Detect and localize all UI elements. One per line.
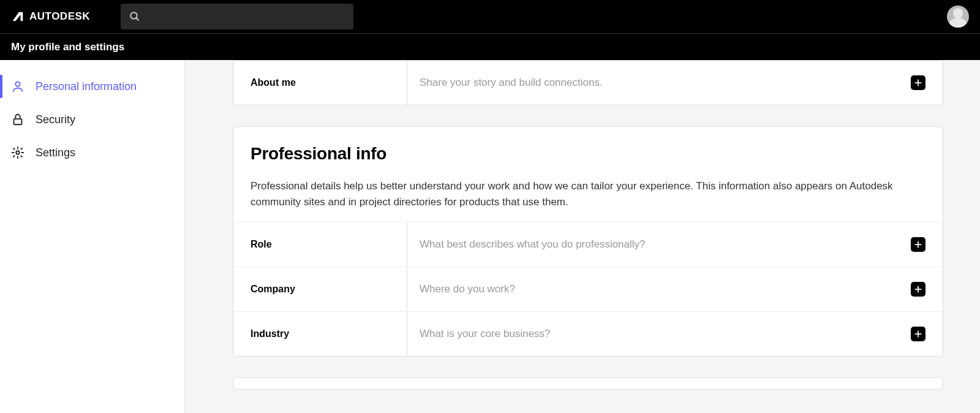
main-content: About me Share your story and build conn… <box>185 60 980 413</box>
role-row: Role What best describes what you do pro… <box>233 222 943 267</box>
autodesk-logo-icon <box>11 10 24 23</box>
svg-point-4 <box>16 151 20 154</box>
company-placeholder: Where do you work? <box>407 283 911 295</box>
industry-add-button[interactable] <box>911 327 925 341</box>
next-card-peek <box>233 377 943 390</box>
about-me-card: About me Share your story and build conn… <box>233 60 943 105</box>
plus-icon <box>914 330 922 338</box>
sidebar-item-security[interactable]: Security <box>0 103 184 136</box>
lock-icon <box>11 113 24 126</box>
professional-info-title: Professional info <box>251 144 925 164</box>
sidebar-item-personal-information[interactable]: Personal information <box>0 70 184 103</box>
sidebar-item-label: Settings <box>36 146 75 159</box>
professional-info-card: Professional info Professional details h… <box>233 126 943 357</box>
search-icon <box>129 11 140 22</box>
professional-info-description: Professional details help us better unde… <box>251 178 925 210</box>
plus-icon <box>914 78 922 87</box>
user-avatar[interactable] <box>947 6 969 28</box>
svg-rect-3 <box>14 119 22 124</box>
about-me-placeholder: Share your story and build connections. <box>407 77 911 89</box>
company-row: Company Where do you work? <box>233 267 943 311</box>
industry-label: Industry <box>251 328 407 339</box>
person-icon <box>11 80 24 93</box>
about-me-add-button[interactable] <box>911 75 925 90</box>
industry-placeholder: What is your core business? <box>407 328 911 340</box>
plus-icon <box>914 240 922 249</box>
page-subheader: My profile and settings <box>0 33 980 60</box>
settings-sidebar: Personal information Security Settings <box>0 60 185 413</box>
sidebar-item-settings[interactable]: Settings <box>0 136 184 169</box>
sidebar-item-label: Security <box>36 113 75 126</box>
company-label: Company <box>251 284 407 295</box>
about-me-label: About me <box>251 77 407 88</box>
role-label: Role <box>251 239 407 250</box>
gear-icon <box>11 146 24 159</box>
about-me-row: About me Share your story and build conn… <box>233 61 943 105</box>
page-title: My profile and settings <box>11 41 124 53</box>
plus-icon <box>914 285 922 294</box>
role-placeholder: What best describes what you do professi… <box>407 238 911 251</box>
sidebar-item-label: Personal information <box>36 80 137 93</box>
professional-info-header: Professional info Professional details h… <box>233 127 943 222</box>
industry-row: Industry What is your core business? <box>233 311 943 356</box>
top-nav-bar: AUTODESK <box>0 0 980 33</box>
brand-logo[interactable]: AUTODESK <box>11 10 90 23</box>
svg-point-2 <box>15 82 20 86</box>
brand-name: AUTODESK <box>29 10 90 23</box>
svg-line-1 <box>136 18 138 20</box>
role-add-button[interactable] <box>911 237 925 252</box>
search-input[interactable] <box>121 4 353 29</box>
company-add-button[interactable] <box>911 282 925 297</box>
